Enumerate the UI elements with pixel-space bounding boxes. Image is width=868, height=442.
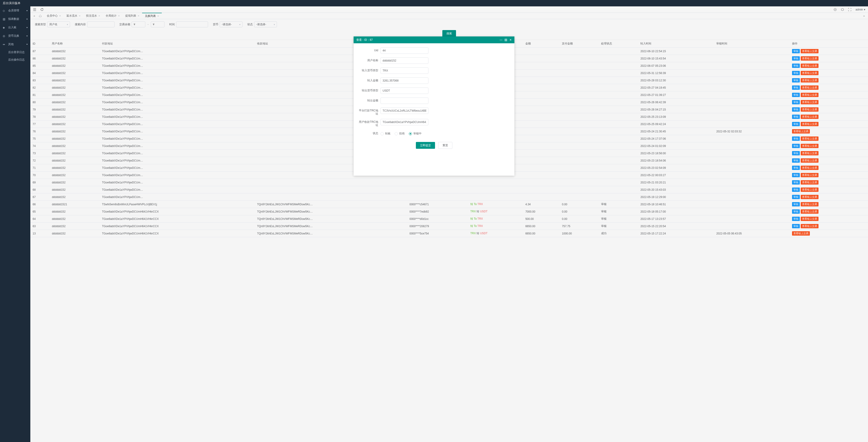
- modal-mask: 查看 - ID：87 — ✕ Uid 用户名称 转入货币类型 转入金额 转出货币…: [0, 0, 868, 6]
